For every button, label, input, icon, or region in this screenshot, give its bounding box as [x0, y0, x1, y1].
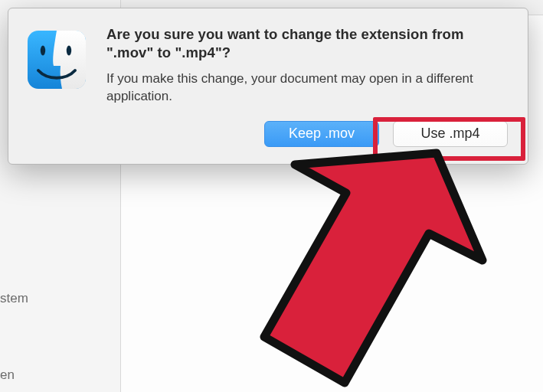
svg-point-2: [67, 46, 71, 56]
svg-point-1: [41, 46, 45, 56]
sidebar-item[interactable]: stem: [0, 291, 28, 306]
extension-change-dialog: Are you sure you want to change the exte…: [8, 8, 528, 165]
use-button[interactable]: Use .mp4: [393, 121, 508, 147]
finder-icon: [27, 30, 87, 90]
sidebar-item[interactable]: en: [0, 368, 15, 383]
dialog-description: If you make this change, your document m…: [106, 70, 508, 106]
dialog-title: Are you sure you want to change the exte…: [106, 25, 508, 63]
annotation-arrow: [207, 145, 498, 392]
keep-button[interactable]: Keep .mov: [264, 121, 379, 147]
dialog-button-row: Keep .mov Use .mp4: [106, 121, 508, 147]
